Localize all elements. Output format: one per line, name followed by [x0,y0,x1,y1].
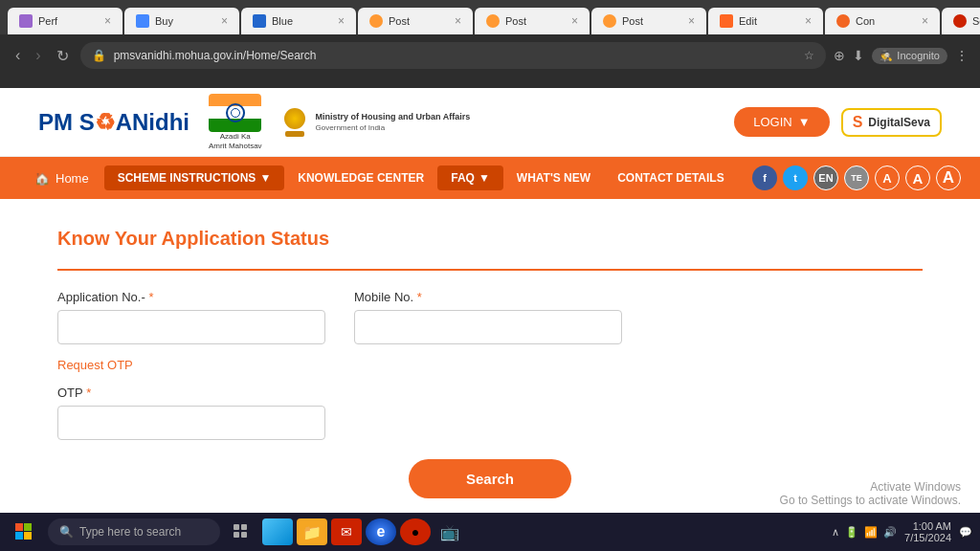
nav-contact-details[interactable]: CONTACT DETAILS [604,157,738,199]
tab-post1[interactable]: Post × [358,8,473,34]
azadi-flag [209,94,261,132]
ministry-name: Ministry of Housing and Urban Affairs [316,112,471,123]
language-te-icon[interactable]: TE [844,165,869,190]
government-emblem [281,105,308,139]
tab-buy[interactable]: Buy × [124,8,239,34]
faq-dropdown-icon: ▼ [479,171,490,185]
application-no-required: * [148,290,153,304]
language-en-icon[interactable]: EN [813,165,838,190]
ashoka-chakra [226,103,245,122]
facebook-icon[interactable]: f [752,165,777,190]
svg-rect-1 [24,523,32,531]
otp-required: * [86,386,91,400]
font-size-small-icon[interactable]: A [875,165,900,190]
taskbar-right: ∧ 🔋 📶 🔊 1:00 AM 7/15/2024 💬 [832,520,972,543]
page-title: Know Your Application Status [57,228,923,250]
task-view-icon [234,524,249,540]
browser-actions: ⊕ ⬇ 🕵 Incognito ⋮ [834,48,969,64]
network-icon: 📶 [864,526,878,539]
incognito-icon: 🕵 [880,50,893,62]
taskbar-app-mail[interactable]: ✉ [331,518,362,545]
chakra-inner [231,108,240,118]
back-button[interactable]: ‹ [11,43,24,68]
svg-rect-2 [15,532,23,540]
tab-post2[interactable]: Post × [475,8,590,34]
emblem-base [285,131,304,137]
tab-sec1[interactable]: Sec × [942,8,980,34]
taskbar-search[interactable]: 🔍 Type here to search [48,518,220,545]
font-size-medium-icon[interactable]: A [905,165,930,190]
task-view-button[interactable] [228,518,255,545]
logo-van-icon: ♻ [95,109,116,136]
nav-whats-new[interactable]: WHAT'S NEW [503,157,604,199]
emblem-circle [284,108,305,129]
time-display[interactable]: 1:00 AM 7/15/2024 [904,520,951,543]
svg-rect-7 [241,532,247,538]
mobile-no-input[interactable] [354,310,622,344]
nav-scheme-instructions[interactable]: SCHEME INSTRUCTIONS ▼ [104,165,285,190]
application-no-group: Application No.- * [57,290,325,344]
otp-input[interactable] [57,406,325,440]
forward-button[interactable]: › [32,43,44,68]
tab-bar: Perf × Buy × Blue × Post × Post × Post × [0,0,980,34]
request-otp-link[interactable]: Request OTP [57,358,133,372]
menu-button[interactable]: ⋮ [955,48,969,63]
browser-chrome: Perf × Buy × Blue × Post × Post × Post × [0,0,980,88]
digital-seva-badge: S DigitalSeva [841,108,942,137]
taskbar-search-icon: 🔍 [59,525,74,539]
nav-home[interactable]: 🏠 Home [19,171,104,186]
azadi-text: Azadi KaAmrit Mahotsav [209,132,262,150]
home-icon: 🏠 [34,171,50,186]
mobile-no-group: Mobile No. * [354,290,622,344]
mobile-no-required: * [417,290,422,304]
activation-message: Activate Windows Go to Settings to activ… [780,480,961,507]
search-button[interactable]: Search [409,459,571,498]
header-actions: LOGIN ▼ S DigitalSeva [734,107,942,137]
reload-button[interactable]: ↻ [53,43,73,69]
mobile-no-label: Mobile No. * [354,290,622,304]
tab-blue[interactable]: Blue × [241,8,356,34]
chevron-up-icon[interactable]: ∧ [832,526,839,539]
nav-faq[interactable]: FAQ ▼ [437,165,503,190]
bookmark-icon[interactable]: ☆ [804,49,814,62]
form-row-1: Application No.- * Mobile No. * [57,290,923,344]
application-no-input[interactable] [57,310,325,344]
pm-logo: PM S ♻ ANidhi [38,109,189,136]
ministry-sub: Government of India [316,123,471,132]
font-size-large-icon[interactable]: A [936,165,961,190]
taskbar-app-edge2[interactable]: e [366,518,396,545]
digital-seva-icon: S [853,114,863,131]
nav-social: f t EN TE A A A [752,165,961,190]
taskbar-app-files[interactable]: 📁 [297,518,327,545]
url-bar[interactable]: 🔒 pmsvanidhi.mohua.gov.in/Home/Search ☆ [80,42,827,69]
svg-rect-3 [24,532,32,540]
tab-con1[interactable]: Con × [825,8,940,34]
page-content: PM S ♻ ANidhi Azadi KaAmrit Mahotsav [0,88,980,551]
login-button[interactable]: LOGIN ▼ [734,107,829,137]
tab-edit[interactable]: Edit × [708,8,823,34]
download-button[interactable]: ⬇ [853,48,864,63]
dropdown-icon: ▼ [259,171,271,185]
system-tray: ∧ 🔋 📶 🔊 [832,526,897,539]
taskbar-app-edge[interactable] [262,518,293,545]
ministry-text-block: Ministry of Housing and Urban Affairs Go… [316,112,471,132]
start-button[interactable] [8,519,40,544]
twitter-icon[interactable]: t [783,165,808,190]
taskbar-app-other[interactable]: 📺 [434,518,465,545]
tab-perf[interactable]: Perf × [8,8,122,34]
logo-area: PM S ♻ ANidhi Azadi KaAmrit Mahotsav [38,94,470,150]
nav-knowledge-center[interactable]: KNOWLEDGE CENTER [284,157,437,199]
svg-rect-5 [241,524,247,530]
address-bar: ‹ › ↻ 🔒 pmsvanidhi.mohua.gov.in/Home/Sea… [0,34,980,77]
bookmark-button[interactable]: ⊕ [834,48,845,63]
taskbar: 🔍 Type here to search 📁 ✉ e ● 📺 ∧ � [0,513,980,551]
taskbar-app-chrome[interactable]: ● [400,518,431,545]
notifications-icon[interactable]: 💬 [959,526,972,539]
ministry-logo: Ministry of Housing and Urban Affairs Go… [281,105,471,139]
incognito-badge: 🕵 Incognito [872,48,947,64]
pm-logo-nidhi: ANidhi [116,109,189,136]
svg-rect-0 [15,523,23,531]
url-text: pmsvanidhi.mohua.gov.in/Home/Search [114,49,797,62]
tab-post3[interactable]: Post × [591,8,706,34]
dropdown-arrow-icon: ▼ [798,115,811,129]
